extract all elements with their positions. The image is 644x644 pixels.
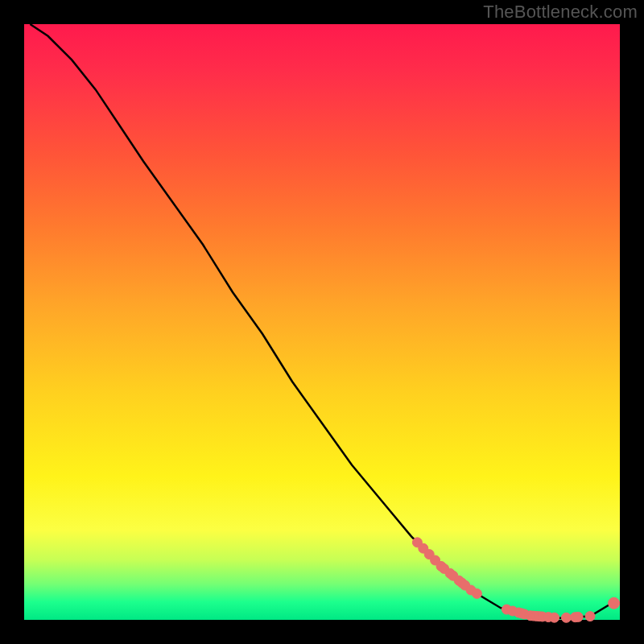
plot-area [24,24,620,620]
chart-overlay [24,24,620,620]
bottleneck-curve [30,24,613,618]
chart-stage: TheBottleneck.com [0,0,644,644]
data-point [550,613,559,622]
watermark-text: TheBottleneck.com [483,2,638,23]
data-points [412,538,619,623]
data-point [573,612,583,621]
data-point [561,613,571,622]
data-point [585,612,595,621]
data-point [609,597,620,609]
data-point [472,588,481,598]
